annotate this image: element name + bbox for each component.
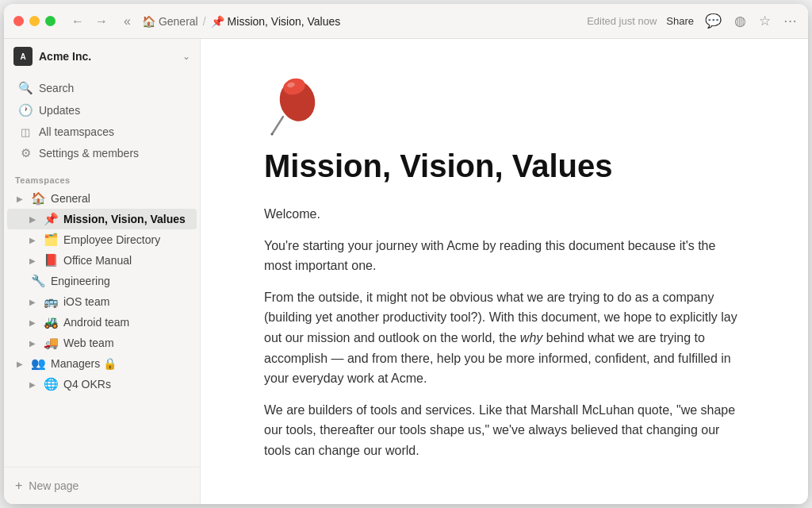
all-teamspaces-label: All teamspaces: [39, 125, 114, 138]
engineering-label: Engineering: [51, 275, 187, 287]
office-manual-emoji: 📕: [44, 253, 59, 267]
svg-line-3: [272, 117, 283, 134]
managers-chevron-icon: ▶: [17, 360, 28, 368]
titlebar: ← → « 🏠 General / 📌 Mission, Vision, Val…: [4, 4, 808, 39]
page-paragraph-0: Welcome.: [264, 204, 745, 225]
sidebar-item-all-teamspaces[interactable]: ◫ All teamspaces: [7, 121, 197, 142]
teamspaces-section-label: Teamspaces: [4, 167, 200, 188]
star-icon-button[interactable]: ☆: [757, 11, 772, 31]
sidebar-nav: 🔍 Search 🕐 Updates ◫ All teamspaces ⚙ Se…: [4, 74, 200, 167]
settings-label: Settings & members: [39, 147, 139, 160]
mvv-emoji: 📌: [44, 212, 59, 226]
android-chevron-icon: ▶: [29, 318, 40, 327]
sidebar-item-engineering[interactable]: 🔧 Engineering: [7, 271, 197, 291]
page-paragraph-1: You're starting your journey with Acme b…: [264, 236, 745, 276]
page-paragraph-3: We are builders of tools and services. L…: [264, 400, 745, 461]
search-label: Search: [39, 82, 74, 94]
titlebar-actions: Edited just now Share 💬 ◍ ☆ ⋯: [587, 11, 799, 31]
breadcrumb-mvv[interactable]: 📌 Mission, Vision, Values: [211, 15, 341, 28]
q4-chevron-icon: ▶: [29, 380, 40, 389]
sidebar: A Acme Inc. ⌄ 🔍 Search 🕐 Updates ◫ All t…: [4, 39, 201, 504]
maximize-button[interactable]: [45, 16, 56, 26]
breadcrumb-general[interactable]: 🏠 General: [142, 15, 198, 28]
workspace-chevron-icon: ⌄: [182, 51, 190, 62]
settings-icon: ⚙: [18, 146, 33, 160]
q4-emoji: 🌐: [44, 377, 59, 391]
ios-chevron-icon: ▶: [29, 298, 40, 306]
page-title: Mission, Vision, Values: [264, 147, 745, 185]
managers-label: Managers 🔒: [51, 357, 187, 370]
sidebar-item-general[interactable]: ▶ 🏠 General: [7, 188, 197, 209]
sidebar-item-search[interactable]: 🔍 Search: [7, 77, 197, 99]
sidebar-item-q4-okrs[interactable]: ▶ 🌐 Q4 OKRs: [7, 374, 197, 394]
minimize-button[interactable]: [29, 16, 40, 26]
workspace-name: Acme Inc.: [39, 50, 91, 63]
sidebar-item-settings[interactable]: ⚙ Settings & members: [7, 142, 197, 164]
share-button[interactable]: Share: [666, 15, 694, 27]
sidebar-item-updates[interactable]: 🕐 Updates: [7, 99, 197, 121]
more-icon-button[interactable]: ⋯: [782, 11, 799, 31]
forward-button[interactable]: →: [92, 13, 111, 30]
ios-team-label: iOS team: [63, 295, 187, 308]
new-page-plus-icon: +: [15, 479, 22, 493]
workspace-header[interactable]: A Acme Inc. ⌄: [4, 39, 200, 74]
office-manual-label: Office Manual: [63, 254, 187, 267]
sidebar-footer: + New page: [4, 467, 200, 504]
page-content: Mission, Vision, Values Welcome. You're …: [201, 39, 808, 504]
history-icon-button[interactable]: ◍: [733, 11, 748, 31]
employee-dir-emoji: 🗂️: [44, 233, 59, 247]
search-icon: 🔍: [18, 81, 33, 95]
traffic-lights: [13, 16, 56, 26]
updates-label: Updates: [39, 104, 80, 117]
sidebar-tree: Teamspaces ▶ 🏠 General ▶ 📌 Mission, Visi…: [4, 167, 200, 467]
mvv-emoji: 📌: [211, 15, 224, 28]
sidebar-item-web-team[interactable]: ▶ 🚚 Web team: [7, 333, 197, 353]
android-team-label: Android team: [63, 316, 187, 329]
employee-dir-chevron-icon: ▶: [29, 236, 40, 244]
main-content: A Acme Inc. ⌄ 🔍 Search 🕐 Updates ◫ All t…: [4, 39, 808, 504]
updates-icon: 🕐: [18, 103, 33, 117]
collapse-sidebar-button[interactable]: «: [119, 13, 136, 30]
employee-directory-label: Employee Directory: [63, 233, 187, 246]
teamspaces-icon: ◫: [18, 126, 33, 138]
new-page-button[interactable]: + New page: [13, 474, 190, 498]
sidebar-item-employee-directory[interactable]: ▶ 🗂️ Employee Directory: [7, 229, 197, 250]
comment-icon-button[interactable]: 💬: [703, 11, 723, 31]
breadcrumb-general-label: General: [159, 15, 198, 28]
sidebar-item-ios-team[interactable]: ▶ 🚌 iOS team: [7, 291, 197, 312]
ios-emoji: 🚌: [44, 294, 59, 309]
sidebar-item-android-team[interactable]: ▶ 🚜 Android team: [7, 312, 197, 333]
web-emoji: 🚚: [44, 336, 59, 350]
engineering-emoji: 🔧: [31, 274, 46, 288]
general-emoji: 🏠: [31, 191, 46, 206]
new-page-label: New page: [29, 479, 79, 492]
web-team-label: Web team: [63, 337, 187, 349]
q4-okrs-label: Q4 OKRs: [63, 378, 187, 391]
managers-emoji: 👥: [31, 356, 46, 371]
edited-timestamp: Edited just now: [587, 15, 657, 27]
svg-point-4: [271, 133, 274, 136]
page-body: Welcome. You're starting your journey wi…: [264, 204, 745, 461]
general-chevron-icon: ▶: [17, 194, 28, 203]
sidebar-item-mvv[interactable]: ▶ 📌 Mission, Vision, Values: [7, 209, 197, 229]
sidebar-item-managers[interactable]: ▶ 👥 Managers 🔒: [7, 353, 197, 374]
web-chevron-icon: ▶: [29, 339, 40, 348]
back-button[interactable]: ←: [68, 13, 87, 30]
general-emoji: 🏠: [142, 15, 155, 28]
sidebar-item-office-manual[interactable]: ▶ 📕 Office Manual: [7, 250, 197, 271]
breadcrumb-separator: /: [203, 15, 206, 28]
nav-arrows: ← →: [68, 13, 111, 30]
office-manual-chevron-icon: ▶: [29, 256, 40, 265]
page-cover-icon: [264, 71, 327, 134]
workspace-icon: A: [13, 47, 33, 66]
mvv-chevron-icon: ▶: [29, 215, 40, 224]
general-label: General: [51, 192, 187, 205]
mvv-label: Mission, Vision, Values: [63, 213, 187, 225]
android-emoji: 🚜: [44, 315, 59, 329]
page-paragraph-2: From the outside, it might not be obviou…: [264, 287, 745, 389]
close-button[interactable]: [13, 16, 24, 26]
breadcrumb: 🏠 General / 📌 Mission, Vision, Values: [142, 15, 587, 28]
app-window: ← → « 🏠 General / 📌 Mission, Vision, Val…: [4, 4, 808, 504]
breadcrumb-mvv-label: Mission, Vision, Values: [228, 15, 341, 28]
